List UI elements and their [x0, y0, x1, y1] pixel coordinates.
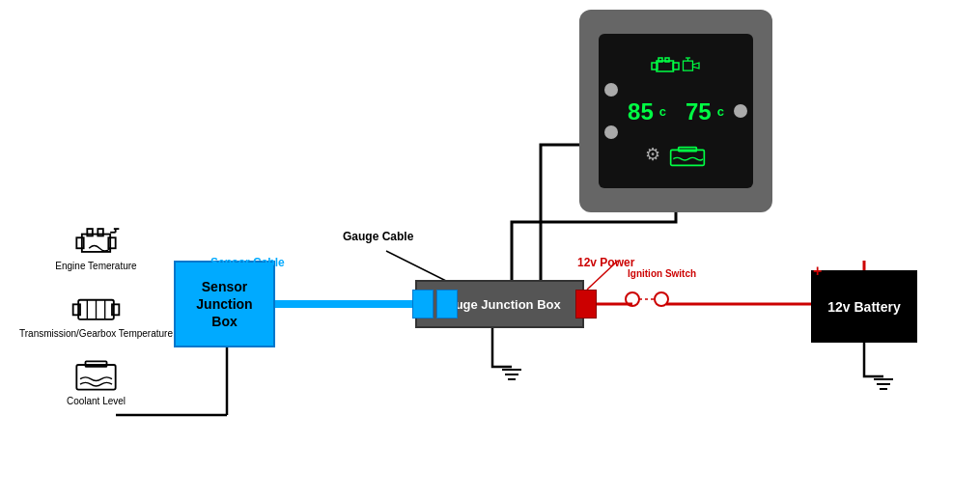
- sensor-junction-box-label: SensorJunctionBox: [196, 278, 252, 331]
- gauge-temp2: 75: [686, 98, 712, 125]
- ground-symbol-2: [874, 378, 893, 390]
- gauge-left-dots: [604, 83, 618, 139]
- coolant-label: Coolant Level: [67, 396, 126, 407]
- gjb-connector-left: [412, 290, 434, 319]
- sensor-icons-group: Engine Temerature Transmission/Gearbox T…: [19, 222, 173, 425]
- gjb-power-connector: [575, 290, 597, 319]
- battery-plus-symbol: +: [813, 263, 822, 280]
- gauge-dot-bottom-left: [604, 125, 618, 139]
- sensor-cable-label: Sensor Cable: [210, 256, 285, 269]
- ignition-switch-label: Ignition Switch: [628, 268, 696, 279]
- engine-label: Engine Temerature: [55, 261, 136, 272]
- gauge-temp1: 85: [628, 98, 654, 125]
- ground-symbol-1: [502, 369, 521, 380]
- gauge-cable-label: Gauge Cable: [343, 230, 413, 243]
- main-diagram: Engine Temerature Transmission/Gearbox T…: [0, 0, 980, 499]
- engine-sensor-item: Engine Temerature: [19, 222, 173, 272]
- gauge-top-icons: [647, 51, 705, 80]
- svg-rect-29: [658, 58, 662, 62]
- power-12v-label: 12v Power: [577, 256, 634, 269]
- gauge-dot-top-left: [604, 83, 618, 97]
- battery-label: 12v Battery: [827, 299, 901, 315]
- svg-rect-8: [82, 235, 110, 252]
- coolant-icon: [70, 357, 123, 394]
- ignition-switch-symbol: [623, 288, 671, 312]
- sensor-junction-box: SensorJunctionBox: [174, 261, 275, 347]
- gauge-display: 85 c 75 c ⚙: [579, 10, 772, 212]
- gauge-temp1-unit: c: [659, 104, 666, 119]
- gauge-screen: 85 c 75 c ⚙: [599, 34, 753, 188]
- gauge-coolant-icon: [668, 144, 707, 171]
- gauge-temp2-unit: c: [717, 104, 724, 119]
- gauge-engine-icon: [647, 51, 705, 80]
- svg-point-25: [655, 292, 668, 306]
- battery-box: 12v Battery: [811, 270, 917, 343]
- transmission-icon: [70, 290, 123, 326]
- transmission-label: Transmission/Gearbox Temperature: [19, 328, 173, 340]
- gauge-dot-right: [734, 104, 747, 118]
- gauge-temps: 85 c 75 c: [628, 98, 724, 125]
- transmission-sensor-item: Transmission/Gearbox Temperature: [19, 290, 173, 340]
- coolant-sensor-item: Coolant Level: [19, 357, 173, 407]
- gear-settings-icon: ⚙: [645, 144, 660, 171]
- svg-point-24: [626, 292, 639, 306]
- engine-icon: [70, 222, 123, 259]
- gjb-connector-left2: [436, 290, 458, 319]
- svg-rect-30: [665, 58, 669, 62]
- gauge-bottom-icons: ⚙: [645, 144, 707, 171]
